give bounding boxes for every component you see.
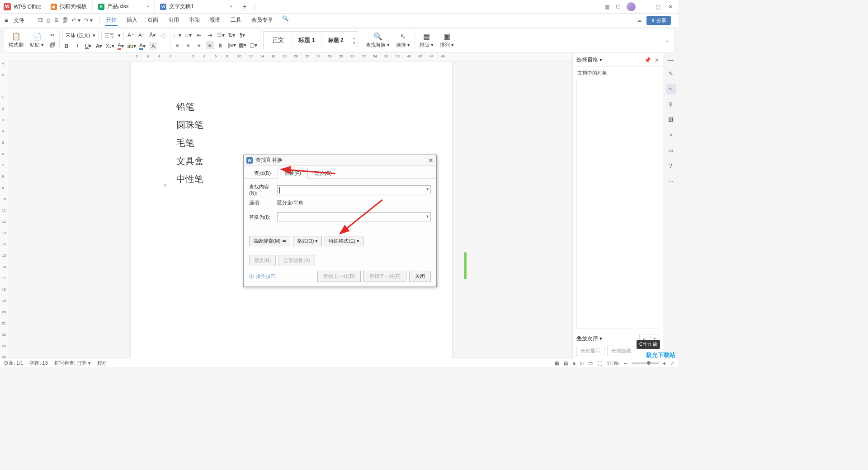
tab-find[interactable]: 查找(D) [247, 168, 278, 179]
edit-tool-icon[interactable]: ✎ [666, 69, 676, 79]
find-prev-button[interactable]: 查找上一处(B) [317, 271, 361, 282]
maximize-button[interactable]: ▢ [655, 4, 661, 10]
dialog-close-icon[interactable]: ✕ [428, 157, 434, 164]
file-menu[interactable]: 文件 [11, 17, 27, 24]
text-effects-icon[interactable]: A▾ [138, 42, 146, 50]
view-outline-icon[interactable]: ≡ [573, 361, 576, 366]
superscript-icon[interactable]: X₂▾ [106, 42, 114, 50]
paste-group[interactable]: 📄 粘贴 ▾ [28, 29, 46, 51]
layout-group[interactable]: ▤ 排版 ▾ [418, 29, 435, 51]
bold-icon[interactable]: B [62, 42, 71, 50]
font-name-dropdown[interactable]: 宋体 (正文)▾ [62, 31, 99, 40]
zoom-out-icon[interactable]: − [624, 361, 627, 366]
redo-icon[interactable]: ↷ ▾ [84, 17, 93, 24]
clear-format-icon[interactable]: ◌ [159, 31, 167, 39]
underline-icon[interactable]: U▾ [84, 42, 92, 50]
object-list[interactable] [576, 81, 659, 329]
format-dropdown[interactable]: 格式(O) ▾ [293, 236, 322, 246]
export-icon[interactable]: ⎙ [47, 17, 50, 24]
align-right-icon[interactable]: ≡ [195, 41, 203, 49]
arrange-group[interactable]: ▣ 排列 ▾ [438, 29, 456, 51]
tab-replace[interactable]: 替换(P) [278, 168, 308, 179]
highlight-icon[interactable]: ab▾ [127, 42, 136, 50]
status-spell[interactable]: 拼写检查: 打开 ▾ [54, 360, 91, 367]
chevron-down-icon[interactable]: ▾ [426, 214, 429, 219]
italic-icon[interactable]: I [73, 42, 81, 50]
drag-handle-icon[interactable]: ⠿ [164, 183, 166, 188]
view-web-icon[interactable]: ▷ [580, 360, 584, 366]
decrease-indent-icon[interactable]: ⇤ [195, 31, 203, 39]
document-line[interactable]: 圆珠笔 [176, 116, 407, 134]
share-button[interactable]: ⇪ 分享 [646, 16, 671, 25]
copy-icon[interactable]: 🗐 [48, 41, 57, 49]
status-words[interactable]: 字数: 13 [29, 360, 47, 367]
tips-link[interactable]: ⓘ操作技巧 [249, 273, 276, 280]
show-marks-icon[interactable]: ¶▾ [238, 31, 246, 39]
find-input[interactable]: ▾ [277, 185, 431, 194]
status-proof[interactable]: 校对 [97, 360, 107, 367]
settings-tool-icon[interactable]: ⚲ [666, 99, 676, 109]
avatar[interactable] [627, 2, 636, 11]
select-tool-icon[interactable]: ↖ [666, 84, 676, 94]
advanced-search-dropdown[interactable]: 高级搜索(M) ≑ [249, 236, 290, 246]
hide-all-button[interactable]: 全部隐藏 [607, 346, 635, 356]
tab-spreadsheet[interactable]: S 产品.xlsx • [93, 0, 155, 13]
change-case-icon[interactable]: Ȃ▾ [148, 31, 156, 39]
menu-start[interactable]: 开始 [105, 15, 118, 26]
style-more[interactable]: ▴▾ [350, 36, 358, 45]
style-heading1[interactable]: 标题 1 [292, 32, 321, 49]
dialog-titlebar[interactable]: W 查找和替换 ✕ [244, 155, 436, 166]
fit-icon[interactable]: ⤢ [670, 360, 675, 366]
menu-insert[interactable]: 插入 [126, 15, 138, 26]
close-icon[interactable]: • [230, 3, 232, 10]
tab-template[interactable]: ◆ 找稻壳模板 [45, 0, 93, 13]
view-grid-icon[interactable]: ▦ [555, 360, 559, 366]
close-icon[interactable]: • [147, 3, 149, 10]
show-all-button[interactable]: 全部显示 [576, 346, 604, 356]
find-next-button[interactable]: 查找下一处(F) [363, 271, 406, 282]
view-page-icon[interactable]: ▤ [564, 360, 568, 366]
zoom-slider[interactable] [632, 362, 659, 364]
bullets-icon[interactable]: ≔▾ [173, 31, 181, 39]
search-icon[interactable]: 🔍 [282, 15, 289, 26]
strike-icon[interactable]: A̶▾ [95, 42, 103, 50]
increase-indent-icon[interactable]: ⇥ [206, 31, 214, 39]
distribute-icon[interactable]: ⫼ [217, 41, 225, 49]
style-gallery[interactable]: 正文 标题 1 标题 2 ▴▾ [263, 31, 358, 49]
char-shading-icon[interactable]: A [149, 42, 157, 50]
zoom-in-icon[interactable]: + [663, 361, 666, 366]
hamburger-icon[interactable]: ≡ [3, 17, 10, 24]
cube-icon[interactable]: ⬡ [616, 4, 620, 10]
menu-page[interactable]: 页面 [146, 15, 159, 26]
document-line[interactable]: 铅笔 [176, 98, 407, 116]
view-fullwidth-icon[interactable]: ⛶ [597, 361, 602, 366]
print-icon[interactable]: 🖶 [53, 17, 59, 24]
document-line[interactable]: 毛笔 [176, 134, 407, 152]
text-direction-icon[interactable]: ☱▾ [217, 31, 225, 39]
cut-icon[interactable]: ✂ [48, 31, 57, 39]
status-page[interactable]: 页面: 1/1 [4, 360, 23, 367]
minimize-button[interactable]: — [642, 4, 648, 10]
replace-button[interactable]: 替换(R) [249, 255, 276, 266]
sort-icon[interactable]: ⇅▾ [227, 31, 236, 39]
menu-reference[interactable]: 引用 [167, 15, 180, 26]
borders-icon[interactable]: ▢▾ [249, 41, 257, 49]
scrollbar-indicator[interactable] [464, 252, 467, 279]
tab-goto[interactable]: 定位(G) [308, 168, 339, 179]
grow-font-icon[interactable]: A⁺ [127, 31, 135, 39]
replace-input[interactable]: ▾ [277, 212, 431, 221]
menu-review[interactable]: 审阅 [188, 15, 201, 26]
align-center-icon[interactable]: ≡ [184, 41, 192, 49]
ribbon-collapse-icon[interactable]: ⌄ [665, 37, 671, 43]
pin-icon[interactable]: 📌 [644, 57, 651, 63]
numbering-icon[interactable]: ≣▾ [184, 31, 192, 39]
close-button[interactable]: 关闭 [409, 271, 431, 282]
shading-icon[interactable]: ▦▾ [238, 41, 246, 49]
align-justify-icon[interactable]: ≡ [206, 41, 214, 49]
shrink-font-icon[interactable]: A⁻ [137, 31, 146, 39]
font-size-dropdown[interactable]: 三号▾ [101, 31, 124, 40]
close-icon[interactable]: ✕ [655, 57, 659, 63]
style-normal[interactable]: 正文 [264, 32, 292, 49]
line-spacing-icon[interactable]: ‖≡▾ [227, 41, 236, 49]
select-group[interactable]: ↖ 选择 ▾ [394, 29, 412, 51]
